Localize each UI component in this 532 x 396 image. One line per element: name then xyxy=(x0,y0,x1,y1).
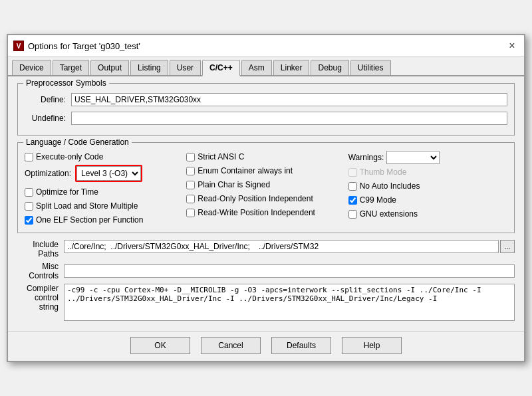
execute-only-label: Execute-only Code xyxy=(36,152,103,161)
optimize-time-checkbox[interactable] xyxy=(25,188,33,197)
strict-ansi-label: Strict ANSI C xyxy=(198,152,244,161)
language-col2: Strict ANSI C Enum Container always int … xyxy=(186,151,345,226)
gnu-extensions-row: GNU extensions xyxy=(348,208,507,220)
strict-ansi-row: Strict ANSI C xyxy=(186,151,345,163)
dialog-title: Options for Target 'g030_test' xyxy=(28,41,140,51)
optimize-time-row: Optimize for Time xyxy=(25,186,184,198)
misc-controls-row: Misc Controls xyxy=(17,262,515,280)
include-paths-button[interactable]: ... xyxy=(500,240,515,253)
c99-mode-checkbox[interactable] xyxy=(348,196,357,205)
language-col1: Execute-only Code Optimization: Level 0 … xyxy=(25,151,184,226)
define-input[interactable] xyxy=(71,93,507,106)
split-load-label: Split Load and Store Multiple xyxy=(36,201,138,211)
strict-ansi-checkbox[interactable] xyxy=(186,153,195,161)
include-paths-label: Include Paths xyxy=(17,240,64,258)
close-button[interactable]: × xyxy=(505,39,519,52)
help-button[interactable]: Help xyxy=(342,337,402,354)
read-write-pos-row: Read-Write Position Independent xyxy=(186,207,345,219)
undefine-input[interactable] xyxy=(71,112,507,125)
tab-asm[interactable]: Asm xyxy=(241,60,272,75)
one-elf-row: One ELF Section per Function xyxy=(25,214,184,226)
title-bar: V Options for Target 'g030_test' × xyxy=(8,35,524,57)
tab-linker[interactable]: Linker xyxy=(273,60,310,75)
read-only-pos-label: Read-Only Position Independent xyxy=(198,194,313,203)
no-auto-includes-checkbox[interactable] xyxy=(348,182,357,191)
undefine-label: Undefine: xyxy=(25,114,71,123)
execute-only-row: Execute-only Code xyxy=(25,151,184,163)
no-auto-includes-row: No Auto Includes xyxy=(348,180,507,192)
tab-device[interactable]: Device xyxy=(12,60,51,75)
warnings-label: Warnings: xyxy=(348,153,384,162)
gnu-extensions-checkbox[interactable] xyxy=(348,210,357,219)
cancel-button[interactable]: Cancel xyxy=(201,337,261,354)
language-col3: Warnings: Thumb Mode No Auto Includes xyxy=(348,151,507,226)
tab-utilities[interactable]: Utilities xyxy=(350,60,391,75)
compiler-control-row: Compiler control string -c99 -c -cpu Cor… xyxy=(17,284,515,321)
one-elf-checkbox[interactable] xyxy=(25,216,33,225)
no-auto-includes-label: No Auto Includes xyxy=(360,181,420,191)
c99-mode-label: C99 Mode xyxy=(360,195,396,205)
app-icon: V xyxy=(13,41,24,51)
read-only-pos-row: Read-Only Position Independent xyxy=(186,193,345,205)
enum-container-row: Enum Container always int xyxy=(186,165,345,177)
language-group: Language / Code Generation Execute-only … xyxy=(17,142,515,233)
language-group-title: Language / Code Generation xyxy=(23,138,132,147)
c99-mode-row: C99 Mode xyxy=(348,194,507,206)
enum-container-checkbox[interactable] xyxy=(186,167,195,175)
tab-debug[interactable]: Debug xyxy=(311,60,348,75)
one-elf-label: One ELF Section per Function xyxy=(36,215,143,225)
warnings-row: Warnings: xyxy=(348,151,507,164)
preprocessor-group-title: Preprocessor Symbols xyxy=(23,78,109,88)
tab-user[interactable]: User xyxy=(170,60,201,75)
thumb-mode-label: Thumb Mode xyxy=(360,167,407,177)
thumb-mode-checkbox[interactable] xyxy=(348,168,357,177)
dialog: V Options for Target 'g030_test' × Devic… xyxy=(7,34,525,362)
defaults-button[interactable]: Defaults xyxy=(271,337,331,354)
tab-output[interactable]: Output xyxy=(90,60,129,75)
misc-controls-label: Misc Controls xyxy=(17,262,64,280)
gnu-extensions-label: GNU extensions xyxy=(360,209,418,219)
optimization-select-wrap: Level 0 (-O0) Level 1 (-O1) Level 2 (-O2… xyxy=(75,165,142,182)
ok-button[interactable]: OK xyxy=(130,337,190,354)
misc-controls-input[interactable] xyxy=(64,264,515,278)
title-bar-left: V Options for Target 'g030_test' xyxy=(13,41,140,51)
define-label: Define: xyxy=(25,95,71,104)
thumb-mode-row: Thumb Mode xyxy=(348,166,507,178)
preprocessor-group: Preprocessor Symbols Define: Undefine: xyxy=(17,83,515,136)
optimization-select[interactable]: Level 0 (-O0) Level 1 (-O1) Level 2 (-O2… xyxy=(76,166,141,181)
split-load-row: Split Load and Store Multiple xyxy=(25,200,184,212)
read-write-pos-label: Read-Write Position Independent xyxy=(198,208,315,217)
execute-only-checkbox[interactable] xyxy=(25,153,33,161)
plain-char-checkbox[interactable] xyxy=(186,181,195,189)
undefine-row: Undefine: xyxy=(25,112,507,125)
split-load-checkbox[interactable] xyxy=(25,202,33,211)
optimization-row: Optimization: Level 0 (-O0) Level 1 (-O1… xyxy=(25,165,184,182)
tab-bar: Device Target Output Listing User C/C++ … xyxy=(8,57,524,76)
include-paths-row: Include Paths ... xyxy=(17,240,515,258)
plain-char-row: Plain Char is Signed xyxy=(186,179,345,191)
define-row: Define: xyxy=(25,93,507,106)
plain-char-label: Plain Char is Signed xyxy=(198,180,270,189)
read-write-pos-checkbox[interactable] xyxy=(186,209,195,217)
include-paths-input[interactable] xyxy=(64,240,499,253)
optimization-label: Optimization: xyxy=(25,169,71,178)
tab-cpp[interactable]: C/C++ xyxy=(202,60,240,76)
compiler-control-label: Compiler control string xyxy=(17,284,64,312)
main-content: Preprocessor Symbols Define: Undefine: L… xyxy=(8,76,524,331)
bottom-buttons: OK Cancel Defaults Help xyxy=(8,331,524,361)
enum-container-label: Enum Container always int xyxy=(198,166,293,175)
warnings-select[interactable] xyxy=(386,151,440,164)
read-only-pos-checkbox[interactable] xyxy=(186,195,195,203)
tab-target[interactable]: Target xyxy=(53,60,89,75)
tab-listing[interactable]: Listing xyxy=(130,60,168,75)
compiler-control-textarea[interactable]: -c99 -c -cpu Cortex-M0+ -D__MICROLIB -g … xyxy=(64,284,515,321)
optimize-time-label: Optimize for Time xyxy=(36,187,98,197)
